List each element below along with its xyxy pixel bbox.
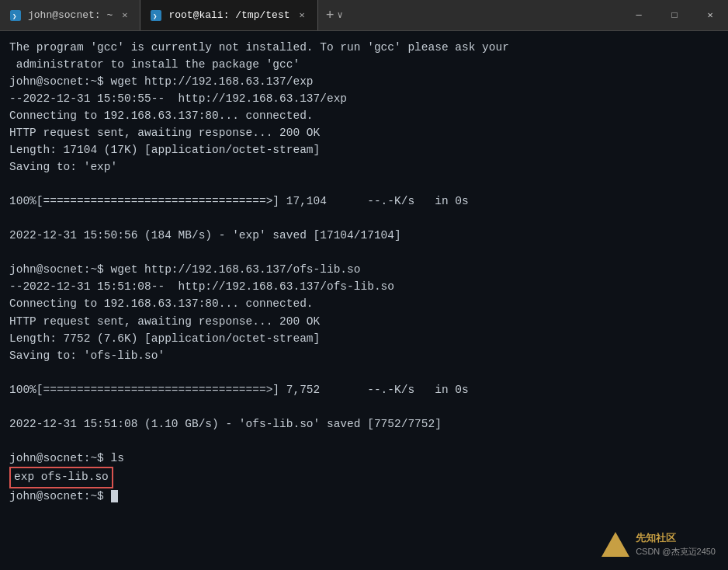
add-tab-button[interactable]: + ∨ (318, 0, 351, 30)
svg-text:❯: ❯ (153, 12, 157, 20)
watermark: 先知社区 CSDN @杰克迈2450 (601, 531, 716, 558)
final-prompt-line: john@socnet:~$ (9, 488, 719, 506)
add-icon: + (326, 8, 335, 23)
window-controls: ─ □ ✕ (621, 0, 728, 30)
minimize-button[interactable]: ─ (621, 0, 657, 30)
terminal-icon-2: ❯ (150, 9, 162, 22)
tab-root[interactable]: ❯ root@kali: /tmp/test ✕ (140, 0, 317, 30)
tab1-close[interactable]: ✕ (119, 8, 130, 23)
tab1-label: john@socnet: ~ (28, 9, 113, 21)
final-prompt: john@socnet:~$ (9, 490, 111, 502)
ls-highlight: exp ofs-lib.so (9, 467, 113, 488)
ls-output-line: exp ofs-lib.so (9, 467, 719, 488)
terminal-content[interactable]: The program 'gcc' is currently not insta… (0, 31, 728, 570)
terminal-output: The program 'gcc' is currently not insta… (9, 39, 719, 467)
close-button[interactable]: ✕ (692, 0, 728, 30)
svg-text:❯: ❯ (12, 12, 16, 20)
watermark-text: 先知社区 CSDN @杰克迈2450 (636, 531, 716, 558)
terminal-icon-1: ❯ (9, 9, 22, 22)
chevron-icon: ∨ (338, 9, 343, 21)
tab-john[interactable]: ❯ john@socnet: ~ ✕ (0, 0, 140, 30)
tab2-close[interactable]: ✕ (296, 8, 307, 23)
watermark-logo-icon (601, 532, 629, 557)
maximize-button[interactable]: □ (657, 0, 692, 30)
titlebar: ❯ john@socnet: ~ ✕ ❯ root@kali: /tmp/tes… (0, 0, 728, 31)
tab2-label: root@kali: /tmp/test (168, 9, 289, 21)
cursor (111, 490, 118, 502)
